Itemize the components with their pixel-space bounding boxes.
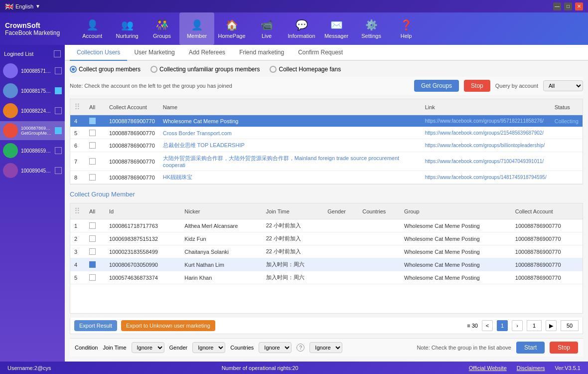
groups-row-account-1: 100088786900770 xyxy=(105,127,159,139)
radio-circle-2 xyxy=(270,66,277,73)
nav-item-account[interactable]: 👤 Account xyxy=(75,12,110,45)
minimize-button[interactable]: — xyxy=(553,2,561,10)
sidebar-all-check[interactable] xyxy=(54,50,61,57)
sidebar-item-1[interactable]: 100088175559538 xyxy=(0,81,65,100)
query-account-select[interactable]: All xyxy=(543,80,583,91)
members-row-num-0: 1 xyxy=(70,219,85,232)
lang-selector[interactable]: 🇬🇧 English ▼ xyxy=(5,2,40,10)
radio-collect-group-members[interactable]: Collect group members xyxy=(70,66,141,73)
members-th-join-time: Join Time xyxy=(262,203,324,219)
groups-row-check-3[interactable] xyxy=(85,152,105,171)
members-row-check-1[interactable] xyxy=(85,232,105,245)
members-row-4[interactable]: 5 1000574636873374 Harin Khan 加入时间：周六 Wh… xyxy=(70,271,583,284)
groups-row-link-1[interactable]: https://www.facebook.com/groups/21548563… xyxy=(421,127,551,139)
pagination-next[interactable]: › xyxy=(512,320,523,331)
nav-item-help[interactable]: ❓ Help xyxy=(389,12,424,45)
sidebar-check-4[interactable] xyxy=(55,147,62,154)
app-name-bottom: FaceBook Marketing xyxy=(5,29,60,36)
ignore-select[interactable]: Ignore xyxy=(309,342,342,353)
members-row-2[interactable]: 3 1000023183558499 Chaitanya Solanki 22 … xyxy=(70,245,583,258)
nav-item-live[interactable]: 📹 Live xyxy=(249,12,284,45)
members-row-check-0[interactable] xyxy=(85,219,105,232)
sidebar-check-5[interactable] xyxy=(55,167,62,174)
nav-item-member[interactable]: 👤 Member xyxy=(179,12,214,45)
nav-item-homepage[interactable]: 🏠 HomePage xyxy=(214,12,249,45)
groups-row-3[interactable]: 7 100088786900770 大陆外贸货源采购合作群，大陆外贸货源采购合作… xyxy=(70,152,583,171)
sidebar-check-3[interactable] xyxy=(55,127,62,134)
groups-row-check-4[interactable] xyxy=(85,171,105,184)
nav-label-messager: Messager xyxy=(324,33,348,39)
members-row-check-3[interactable] xyxy=(85,258,105,271)
nav-item-nurturing[interactable]: 👥 Nurturing xyxy=(110,12,145,45)
groups-row-1[interactable]: 5 100088786900770 Cross Border Transport… xyxy=(70,127,583,139)
groups-row-link-3[interactable]: https://www.facebook.com/groups/71004704… xyxy=(421,152,551,171)
export-result-button[interactable]: Export Result xyxy=(74,320,117,331)
members-th-id: Id xyxy=(105,203,180,219)
sidebar-item-5[interactable]: 100089045229157 xyxy=(0,161,65,180)
maximize-button[interactable]: □ xyxy=(564,2,572,10)
members-drag-icon: ⠿ xyxy=(74,207,80,215)
groups-row-4[interactable]: 8 100088786900770 HK靓靓珠宝 https://www.fac… xyxy=(70,171,583,184)
tab-add-referees[interactable]: Add Referees xyxy=(182,45,232,61)
main-layout: Logined List 100088571118706 10008817555… xyxy=(0,45,588,362)
sidebar-item-4[interactable]: 100088659196250 xyxy=(0,141,65,160)
get-groups-button[interactable]: Get Groups xyxy=(414,80,459,92)
per-page-input[interactable] xyxy=(561,320,579,331)
nav-item-messager[interactable]: ✉️ Messager xyxy=(319,12,354,45)
members-row-1[interactable]: 2 1000698387515132 Kidz Fun 22 小时前加入 Who… xyxy=(70,232,583,245)
lang-label: English xyxy=(15,3,33,9)
groups-row-link-2[interactable]: https://www.facebook.com/groups/billiont… xyxy=(421,139,551,152)
member-icon: 👤 xyxy=(191,19,203,31)
groups-row-link-0[interactable]: https://www.facebook.com/groups/95718221… xyxy=(421,115,551,127)
groups-row-check-2[interactable] xyxy=(85,139,105,152)
tab-collection-users[interactable]: Collection Users xyxy=(70,45,127,61)
stop-button-top[interactable]: Stop xyxy=(464,80,490,92)
tab-friend-marketing[interactable]: Friend marketing xyxy=(232,45,291,61)
members-row-3[interactable]: 4 1000806703050990 Kurt Nathan Lim 加入时间：… xyxy=(70,258,583,271)
nav-item-groups[interactable]: 👫 Groups xyxy=(145,12,179,45)
groups-drag-icon: ⠿ xyxy=(74,103,80,111)
statusbar-disclaimers[interactable]: Disclaimers xyxy=(517,365,545,371)
lang-chevron-icon[interactable]: ▼ xyxy=(35,3,40,9)
members-row-check-2[interactable] xyxy=(85,245,105,258)
groups-row-check-0[interactable] xyxy=(85,115,105,127)
stop-button-bottom[interactable]: Stop xyxy=(550,342,578,354)
pagination-input[interactable] xyxy=(527,320,542,331)
nav-item-information[interactable]: 💬 Information xyxy=(284,12,319,45)
members-row-countries-0 xyxy=(358,219,400,232)
members-row-check-4[interactable] xyxy=(85,271,105,284)
members-row-gender-2 xyxy=(323,245,358,258)
members-row-0[interactable]: 1 1000861718717763 Althea Merl Alcansare… xyxy=(70,219,583,232)
groups-row-check-1[interactable] xyxy=(85,127,105,139)
radio-collecting-unfamiliar[interactable]: Collecting unfamiliar groups members xyxy=(150,66,260,73)
pagination-prev[interactable]: < xyxy=(482,320,493,331)
sidebar-header: Logined List xyxy=(0,47,65,60)
sidebar-item-3[interactable]: 100088786900770GetGroupMember:W... xyxy=(0,121,65,140)
sidebar-check-0[interactable] xyxy=(55,67,62,74)
close-button[interactable]: ✕ xyxy=(575,2,583,10)
groups-row-link-4[interactable]: https://www.facebook.com/groups/14817459… xyxy=(421,171,551,184)
sidebar-item-0[interactable]: 100088571118706 xyxy=(0,61,65,80)
members-row-countries-1 xyxy=(358,232,400,245)
info-icon[interactable]: ? xyxy=(296,344,304,352)
pagination-last[interactable]: ▶ xyxy=(546,320,557,331)
pagination-current[interactable]: 1 xyxy=(497,320,508,331)
groups-row-2[interactable]: 6 100088786900770 总裁创业思维 TOP LEADERSHIP … xyxy=(70,139,583,152)
sidebar-check-1[interactable] xyxy=(55,87,62,94)
tab-confirm-request[interactable]: Confirm Request xyxy=(291,45,350,61)
gender-select[interactable]: Ignore xyxy=(192,342,225,353)
nav-item-settings[interactable]: ⚙️ Settings xyxy=(354,12,389,45)
radio-collect-homepage[interactable]: Collect Homepage fans xyxy=(270,66,341,73)
join-time-select[interactable]: Ignore xyxy=(132,342,164,353)
export-unknown-button[interactable]: Export to Unknown user marketing xyxy=(121,320,215,331)
start-button[interactable]: Start xyxy=(516,342,545,354)
sidebar-check-2[interactable] xyxy=(55,107,62,114)
groups-row-name-4: HK靓靓珠宝 xyxy=(159,171,421,184)
statusbar-official[interactable]: Official Website xyxy=(469,365,507,371)
sidebar-item-2[interactable]: 100088224419481 xyxy=(0,101,65,120)
groups-row-0[interactable]: 4 100088786900770 Wholesome Cat Meme Pos… xyxy=(70,115,583,127)
tab-user-marketing[interactable]: User Marketing xyxy=(127,45,181,61)
members-row-collect-0: 100088786900770 xyxy=(511,219,583,232)
members-row-gender-1 xyxy=(323,232,358,245)
countries-select[interactable]: Ignore xyxy=(259,342,292,353)
